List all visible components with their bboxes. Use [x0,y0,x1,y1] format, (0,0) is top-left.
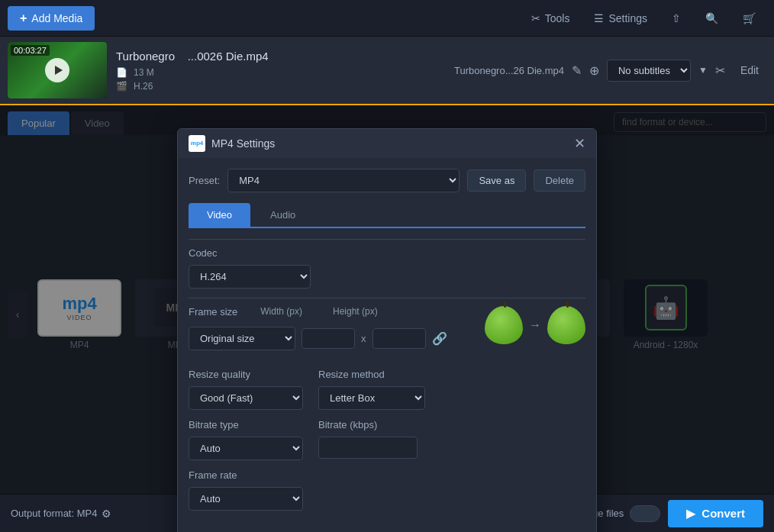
video-icon: 🎬 [116,81,127,92]
dialog-title: MP4 Settings [211,137,275,150]
scissors-icon[interactable]: ✂ [715,63,725,78]
arrow-right-icon: → [529,318,541,332]
bitrate-label: Bitrate (kbps) [318,419,418,430]
preset-label: Preset: [189,175,220,186]
link-proportions-icon[interactable]: 🔗 [432,331,447,346]
codec-select[interactable]: H.264 [189,265,311,289]
frame-rate-section: Frame rate Auto [189,469,585,511]
bitrate-section: Bitrate (kbps) [318,419,418,460]
add-media-button[interactable]: + Add Media [8,6,95,31]
codec-row: H.264 [189,265,585,289]
track-controls: Turbonegro...26 Die.mp4 ✎ ⊕ No subtitles… [454,60,766,82]
dialog-overlay: mp4 MP4 Settings ✕ Preset: MP4 Save as D… [0,105,774,494]
apple-after-icon [547,306,585,344]
tab-video[interactable]: Video [189,203,250,227]
timecode: 00:03:27 [11,45,50,56]
frame-size-select[interactable]: Original size [189,327,295,350]
resize-method-select[interactable]: Letter Box [318,386,425,410]
share-button[interactable]: ⇧ [661,7,692,30]
share-icon: ⇧ [672,12,681,24]
divider-1 [189,239,585,240]
file-icon: 📄 [116,67,127,78]
bitrate-type-section: Bitrate type Auto [189,419,303,460]
codec-label: Codec [189,247,585,259]
apple-preview: → [485,306,585,344]
convert-icon: ▶ [686,507,695,521]
tools-button[interactable]: ✂ Tools [521,7,581,30]
tools-icon: ✂ [531,12,540,24]
filename-display: Turbonegro...26 Die.mp4 [454,65,564,76]
edit-pencil-icon[interactable]: ✎ [572,63,582,78]
bitrate-type-label: Bitrate type [189,419,303,430]
dialog-titlebar: mp4 MP4 Settings ✕ [178,129,596,158]
resize-quality-select[interactable]: Good (Fast) [189,386,303,410]
track-meta-row-1: 📄 13 M [116,67,445,78]
bitrate-row: Bitrate type Auto Bitrate (kbps) [189,419,585,460]
bitrate-type-select[interactable]: Auto [189,437,303,460]
play-button[interactable] [45,58,69,82]
preset-select[interactable]: MP4 [227,169,460,192]
dialog-footer: Show Advanced OK Cancel [178,529,596,532]
track-meta-row-2: 🎬 H.26 [116,81,445,92]
cart-button[interactable]: 🛒 [732,7,766,30]
track-thumbnail: 00:03:27 [8,42,107,98]
height-col-header: Height (px) [333,306,378,324]
dialog-mp4-icon: mp4 [189,135,205,152]
bitrate-input[interactable] [318,437,418,459]
search-button[interactable]: 🔍 [695,7,729,30]
top-toolbar: + Add Media ✂ Tools ☰ Settings ⇧ 🔍 🛒 [0,0,774,37]
media-track: 00:03:27 Turbonegro ...0026 Die.mp4 📄 13… [0,37,774,105]
tab-audio[interactable]: Audio [252,203,314,227]
add-media-label: Add Media [31,12,82,24]
divider-2 [189,298,585,298]
subtitle-select[interactable]: No subtitles [607,60,691,82]
settings-icon: ☰ [594,12,604,24]
plus-icon: + [20,11,27,25]
preset-row: Preset: MP4 Save as Delete [189,169,585,192]
settings-cog-icon[interactable]: ⚙ [102,508,111,520]
settings-button[interactable]: ☰ Settings [583,7,658,30]
frame-rate-label: Frame rate [189,469,585,481]
magnifier-icon: 🔍 [705,12,718,24]
delete-button[interactable]: Delete [534,169,585,192]
convert-button[interactable]: ▶ Convert [668,500,763,527]
frame-size-label: Frame size [189,306,237,318]
size-x: x [361,333,366,344]
dialog-close-button[interactable]: ✕ [574,137,585,150]
track-meta: 📄 13 M 🎬 H.26 [116,67,445,92]
save-as-button[interactable]: Save as [467,169,526,192]
resize-quality-section: Resize quality Good (Fast) [189,369,303,410]
edit-button[interactable]: Edit [733,60,766,80]
subtitle-arrow-icon[interactable]: ▼ [698,65,708,76]
dialog-tabs: Video Audio [189,203,585,228]
height-input[interactable] [372,328,426,349]
apple-before-icon [485,306,523,344]
link-icon[interactable]: ⊕ [589,63,599,78]
resize-quality-label: Resize quality [189,369,303,380]
dialog-title-left: mp4 MP4 Settings [189,135,275,152]
track-title: Turbonegro ...0026 Die.mp4 [116,50,445,63]
mp4-settings-dialog: mp4 MP4 Settings ✕ Preset: MP4 Save as D… [177,128,597,532]
resize-row: Resize quality Good (Fast) Resize method… [189,369,585,410]
width-input[interactable] [302,328,355,349]
track-info: Turbonegro ...0026 Die.mp4 📄 13 M 🎬 H.26 [116,50,445,92]
frame-rate-select[interactable]: Auto [189,487,303,511]
resize-method-section: Resize method Letter Box [318,369,425,410]
content-area: Popular Video ‹ mp4 VIDEO MP4 [0,105,774,494]
cart-icon: 🛒 [743,12,756,24]
width-col-header: Width (px) [260,306,302,324]
frame-size-section: Frame size Width (px) Height (px) Origin… [189,306,462,360]
resize-method-label: Resize method [318,369,425,380]
output-format-label: Output format: MP4 ⚙ [11,508,111,520]
merge-files-toggle[interactable] [630,505,660,522]
dialog-body: Preset: MP4 Save as Delete Video Audio C… [178,158,596,529]
